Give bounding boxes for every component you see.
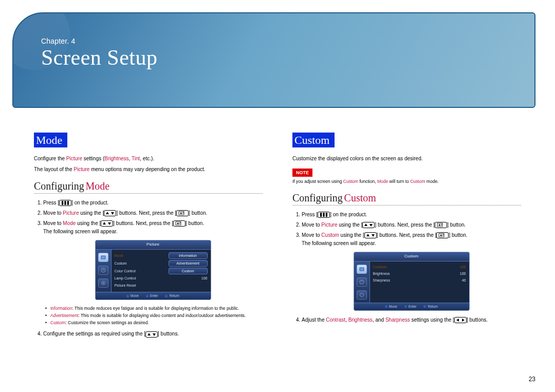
svg-rect-19 <box>326 213 327 217</box>
osd-row: Sharpness40 <box>373 277 466 284</box>
custom-note: If you adjust screen using Custom functi… <box>292 179 521 185</box>
menu-button-icon <box>59 200 71 206</box>
subhead-configuring-custom: Configuring Custom <box>292 192 521 206</box>
up-down-button-icon <box>101 220 113 227</box>
osd-picture-icon <box>98 253 108 262</box>
section-heading-mode: Mode <box>34 133 67 147</box>
page-number: 23 <box>529 376 535 383</box>
mode-step-2: Move to Picture using the [] buttons. Ne… <box>43 209 263 217</box>
chapter-tab-text: Chapter. 4 Screen Setup <box>41 37 157 70</box>
osd-row: Picture Reset <box>115 282 208 289</box>
bullet-advertisement: Advertisement: This mode is suitable for… <box>45 312 263 319</box>
svg-rect-1 <box>65 201 66 205</box>
svg-rect-18 <box>323 213 325 217</box>
mode-intro-2: The layout of the Picture menu options m… <box>34 165 263 173</box>
osd-row: Brightness100 <box>373 270 466 277</box>
mode-intro-1: Configure the Picture settings (Brightne… <box>34 155 263 162</box>
osd-rows: Contrast100 Brightness100 Sharpness40 <box>370 262 469 303</box>
enter-button-icon <box>173 220 186 227</box>
chapter-label: Chapter. 4 <box>41 37 157 45</box>
osd-picture-icon <box>357 265 367 274</box>
section-heading-custom: Custom <box>292 133 335 147</box>
svg-rect-27 <box>360 268 363 270</box>
mode-step-1: Press [ ] on the product. <box>43 199 263 207</box>
enter-button-icon: ' <box>176 210 189 216</box>
note-badge: NOTE <box>292 169 312 177</box>
enter-button-icon <box>435 222 447 228</box>
col-left: Mode Configure the Picture settings (Bri… <box>34 133 263 340</box>
custom-step-2: Move to Picture using the [] buttons. Ne… <box>302 221 521 229</box>
osd-side-icons <box>354 262 370 303</box>
chapter-title: Screen Setup <box>41 45 157 70</box>
osd-row: CustomAdvertisement <box>115 259 208 267</box>
custom-step-3: Move to Custom using the [] buttons. Nex… <box>302 231 521 311</box>
col-right: Custom Customize the displayed colors on… <box>292 133 521 340</box>
custom-intro: Customize the displayed colors on the sc… <box>292 155 521 162</box>
left-right-button-icon <box>454 317 467 323</box>
mode-bullets: Information: This mode reduces eye fatig… <box>43 305 263 326</box>
osd-foot: Move Enter Return <box>96 292 211 300</box>
svg-rect-0 <box>62 201 63 205</box>
svg-point-30 <box>360 293 363 296</box>
subhead-configuring-mode: Configuring Mode <box>34 180 263 194</box>
up-down-button-icon <box>362 222 375 228</box>
custom-steps: Press [] on the product. Move to Picture… <box>292 211 521 324</box>
osd-foot: Move Enter Return <box>354 303 469 310</box>
bullet-custom: Custom: Customize the screen settings as… <box>45 320 263 326</box>
osd-rows: ModeInformation CustomAdvertisement Colo… <box>112 250 211 292</box>
osd-row: Lamp Control100 <box>115 275 208 282</box>
osd-picture-title: Picture <box>96 240 211 250</box>
osd-clock-icon <box>98 266 108 275</box>
svg-text:': ' <box>185 212 186 215</box>
mode-steps: Press [ ] on the product. Move to Pictur… <box>34 199 263 338</box>
up-down-button-icon <box>145 331 158 338</box>
svg-rect-11 <box>101 256 105 258</box>
enter-button-icon <box>436 232 449 238</box>
osd-clock-icon <box>357 277 367 287</box>
menu-button-icon <box>318 212 330 218</box>
osd-custom-menu: Custom Contrast100 Brightness100 Sharpne… <box>354 252 470 311</box>
custom-step-1: Press [] on the product. <box>302 211 521 219</box>
svg-rect-17 <box>320 213 322 217</box>
osd-custom-title: Custom <box>354 252 469 262</box>
osd-tool-icon <box>357 290 367 300</box>
up-down-button-icon <box>104 210 116 216</box>
mode-step-3: Move to Mode using the [] buttons. Next,… <box>43 219 263 326</box>
page: Chapter. 4 Screen Setup Mode Configure t… <box>0 0 555 392</box>
osd-picture-menu: Picture ModeInformation CustomAdvertisem… <box>95 240 211 300</box>
osd-row: Color ControlCustom <box>115 267 208 275</box>
mode-step-4: Configure the settings as required using… <box>43 330 263 338</box>
bullet-information: Information: This mode reduces eye fatig… <box>45 305 263 312</box>
osd-row: Contrast100 <box>373 264 466 270</box>
chapter-tab-card: Chapter. 4 Screen Setup <box>12 12 535 108</box>
osd-row: ModeInformation <box>115 252 208 259</box>
osd-tool-icon <box>98 278 108 288</box>
up-down-button-icon <box>364 232 377 238</box>
custom-step-4: Adjust the Contrast, Brightness, and Sha… <box>302 316 521 324</box>
osd-side-icons <box>96 250 112 292</box>
svg-rect-2 <box>67 201 69 205</box>
svg-point-16 <box>102 282 104 284</box>
